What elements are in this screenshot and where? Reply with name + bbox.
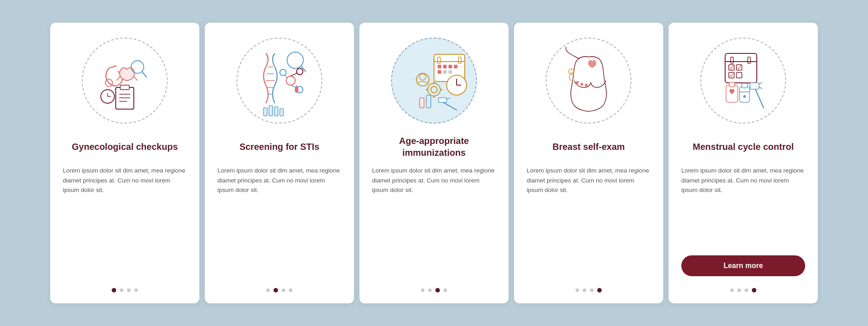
dot-3 bbox=[127, 288, 131, 292]
dots-row-menstrual bbox=[730, 283, 756, 292]
card-sti: Screening for STIs Lorem ipsum dolor sit… bbox=[205, 23, 354, 303]
svg-line-3 bbox=[134, 76, 137, 81]
card-title-menstrual: Menstrual cycle control bbox=[693, 134, 793, 159]
card-menstrual: Menstrual cycle control Lorem ipsum dolo… bbox=[669, 23, 818, 303]
card-body-immunization: Lorem ipsum dolor sit dim amet, mea regi… bbox=[372, 166, 496, 275]
svg-point-80 bbox=[743, 95, 746, 98]
dot-4 bbox=[443, 288, 447, 292]
svg-line-23 bbox=[291, 73, 297, 76]
svg-point-49 bbox=[431, 86, 437, 93]
dot-2 bbox=[120, 288, 123, 292]
dot-3 bbox=[745, 288, 748, 292]
gyno-icon bbox=[89, 44, 161, 117]
svg-rect-38 bbox=[448, 65, 452, 68]
dots-row-breast bbox=[576, 283, 602, 292]
card-body-gyno: Lorem ipsum dolor sit dim amet, mea regi… bbox=[63, 166, 187, 275]
svg-rect-29 bbox=[269, 105, 273, 116]
dot-1 bbox=[266, 288, 270, 292]
dot-2 bbox=[274, 288, 278, 292]
cards-container: Gynecological checkups Lorem ipsum dolor… bbox=[32, 9, 836, 317]
card-immunization: Age-appropriate immunizations Lorem ipsu… bbox=[359, 23, 509, 303]
svg-rect-72 bbox=[750, 83, 759, 89]
svg-point-61 bbox=[585, 84, 588, 86]
svg-line-5 bbox=[142, 72, 146, 77]
dot-4 bbox=[134, 288, 138, 292]
dots-row-sti bbox=[266, 283, 292, 292]
breast-icon bbox=[552, 44, 625, 117]
svg-rect-55 bbox=[439, 98, 447, 102]
svg-rect-41 bbox=[443, 70, 447, 74]
icon-area-gyno bbox=[80, 35, 170, 126]
learn-more-button[interactable]: Learn more bbox=[681, 255, 805, 276]
card-body-sti: Lorem ipsum dolor sit dim amet, mea regi… bbox=[217, 166, 341, 275]
card-gyno: Gynecological checkups Lorem ipsum dolor… bbox=[50, 23, 199, 303]
dot-1 bbox=[576, 288, 579, 292]
svg-rect-57 bbox=[420, 98, 424, 108]
svg-rect-36 bbox=[438, 65, 441, 68]
card-title-immunization: Age-appropriate immunizations bbox=[372, 134, 496, 159]
svg-point-47 bbox=[420, 74, 426, 80]
dot-2 bbox=[737, 288, 741, 292]
dot-3 bbox=[282, 288, 285, 292]
svg-rect-42 bbox=[448, 70, 452, 74]
svg-rect-31 bbox=[280, 109, 283, 116]
svg-rect-76 bbox=[729, 82, 735, 87]
icon-area-menstrual bbox=[698, 35, 788, 126]
svg-rect-7 bbox=[120, 85, 129, 90]
dot-2 bbox=[428, 288, 432, 292]
dot-1 bbox=[730, 288, 734, 292]
svg-rect-6 bbox=[116, 87, 134, 109]
svg-rect-40 bbox=[438, 70, 441, 74]
svg-point-60 bbox=[580, 83, 583, 86]
card-breast: Breast self-exam Lorem ipsum dolor sit d… bbox=[514, 23, 663, 303]
svg-line-71 bbox=[755, 87, 764, 108]
svg-rect-37 bbox=[443, 65, 447, 68]
dot-1 bbox=[112, 288, 116, 292]
immunization-icon bbox=[398, 44, 470, 117]
svg-rect-77 bbox=[740, 86, 750, 102]
icon-area-breast bbox=[543, 35, 634, 126]
dot-4 bbox=[289, 288, 292, 292]
svg-point-62 bbox=[576, 81, 579, 84]
svg-line-2 bbox=[117, 76, 120, 81]
card-body-menstrual: Lorem ipsum dolor sit dim amet, mea regi… bbox=[681, 166, 805, 247]
svg-point-48 bbox=[428, 83, 440, 96]
svg-rect-39 bbox=[454, 65, 458, 68]
card-title-sti: Screening for STIs bbox=[240, 134, 320, 159]
dots-row-gyno bbox=[112, 283, 138, 292]
svg-line-56 bbox=[447, 98, 450, 99]
card-title-gyno: Gynecological checkups bbox=[72, 134, 178, 159]
card-body-breast: Lorem ipsum dolor sit dim amet, mea regi… bbox=[527, 166, 651, 275]
dot-3 bbox=[590, 288, 594, 292]
svg-point-22 bbox=[280, 69, 286, 76]
dot-4 bbox=[597, 288, 602, 292]
icon-area-immunization bbox=[389, 35, 479, 126]
svg-rect-28 bbox=[264, 108, 267, 116]
svg-rect-58 bbox=[426, 95, 431, 108]
svg-rect-30 bbox=[274, 107, 278, 116]
dot-2 bbox=[583, 288, 586, 292]
svg-point-19 bbox=[286, 76, 295, 85]
dot-4 bbox=[752, 288, 756, 292]
svg-line-74 bbox=[759, 87, 762, 89]
dot-1 bbox=[421, 288, 425, 292]
icon-area-sti bbox=[234, 35, 325, 126]
svg-rect-78 bbox=[742, 83, 747, 88]
dot-3 bbox=[435, 288, 440, 292]
svg-point-46 bbox=[416, 73, 429, 86]
card-title-breast: Breast self-exam bbox=[552, 134, 625, 159]
sti-icon bbox=[243, 44, 316, 117]
svg-point-20 bbox=[297, 68, 303, 75]
menstrual-icon bbox=[707, 44, 779, 117]
svg-line-25 bbox=[285, 75, 287, 77]
dots-row-immunization bbox=[421, 283, 447, 292]
svg-line-73 bbox=[759, 82, 762, 84]
